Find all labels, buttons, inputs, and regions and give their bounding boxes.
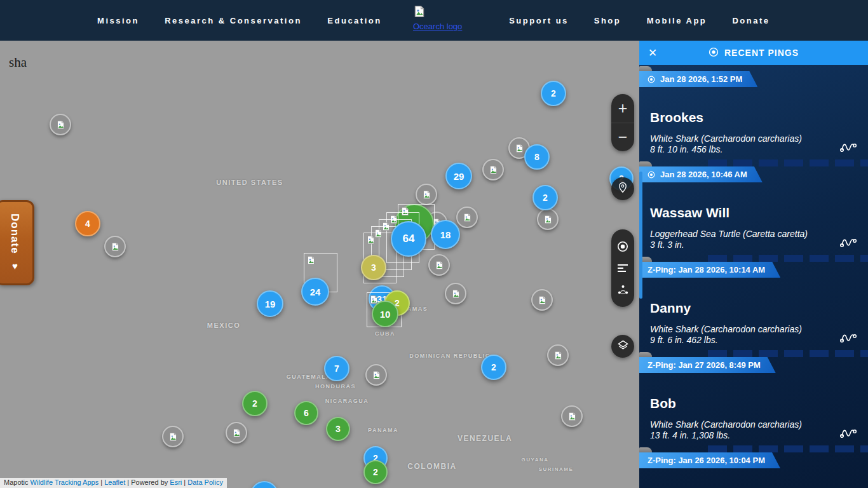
broken-image-icon [567,412,577,421]
cluster-marker[interactable]: 29 [445,163,472,189]
nav-item-research-conservation[interactable]: Research & Conservation [165,16,302,25]
track-icon[interactable] [839,236,857,252]
cluster-marker[interactable]: 2 [363,460,388,484]
ping-icon [648,76,655,83]
layers-button[interactable] [611,335,634,358]
map-country-label: NICARAGUA [325,398,369,404]
nav-item-donate[interactable]: Donate [732,16,770,25]
map-country-label: VENEZUELA [458,434,512,443]
cluster-marker[interactable]: 3 [326,417,350,441]
nav-item-mission[interactable]: Mission [97,16,139,25]
recent-pings-panel: ✕ RECENT PINGS Jan 28 2026, 1:52 PMBrook… [639,41,868,488]
cluster-marker[interactable]: 64 [391,221,426,257]
attribution-text: | [98,478,104,486]
photo-marker[interactable] [428,254,450,276]
ping-time-badge: Z-Ping: Jan 26 2026, 10:04 PM [639,452,780,468]
stray-alt-text: sha [9,55,27,71]
cluster-marker[interactable]: 7 [324,356,349,381]
nav-item-education[interactable]: Education [327,16,381,25]
close-icon[interactable]: ✕ [648,46,657,60]
recent-pings-toggle-icon[interactable] [616,240,629,253]
cluster-marker[interactable]: 24 [301,278,329,306]
animal-species-size: Loggerhead Sea Turtle (Caretta caretta)3… [650,229,828,250]
photo-marker[interactable] [547,344,569,366]
attribution-text: | Powered by [125,478,170,486]
cluster-marker[interactable]: 4 [75,211,100,236]
track-icon[interactable] [839,426,857,443]
cluster-mode-icon[interactable] [616,283,629,296]
attribution-link[interactable]: Data Policy [187,478,223,486]
animal-name: Brookes [650,110,703,125]
map-country-label: DOMINICAN REPUBLIC [409,353,491,359]
photo-marker[interactable] [531,289,553,311]
photo-marker[interactable] [456,207,478,228]
ping-icon [709,47,719,59]
map-country-label: GUATEMALA [287,374,331,380]
ocearch-logo-link[interactable]: Ocearch logo [413,5,462,31]
cluster-marker[interactable]: 3 [361,255,386,280]
attribution-text: | [182,478,187,486]
photo-marker[interactable] [416,184,437,205]
cluster-marker[interactable]: 10 [372,301,398,327]
heart-icon: ♥ [10,261,20,272]
cluster-marker[interactable]: 18 [431,220,460,249]
map-country-label: UNITED STATES [216,179,283,186]
ping-card[interactable]: Jan 28 2026, 10:46 AMWassaw Will Loggerh… [639,161,868,256]
broken-image-icon [553,351,563,360]
donate-ribbon[interactable]: Donate♥ [0,200,34,285]
photo-marker[interactable] [482,159,504,180]
photo-marker[interactable] [104,236,126,257]
ping-card[interactable]: Jan 28 2026, 1:52 PMBrookes White Shark … [639,65,868,161]
broken-image-icon [168,432,178,442]
cluster-marker[interactable]: 2 [532,185,558,210]
attribution-link[interactable]: Wildlife Tracking Apps [31,478,99,486]
animal-species-size: White Shark (Carcharodon carcharias)8 ft… [650,133,828,155]
nav-item-mobile-app[interactable]: Mobile App [647,16,707,25]
track-icon[interactable] [839,331,857,348]
cluster-marker[interactable]: 2 [541,81,566,106]
photo-marker[interactable] [162,426,184,447]
cluster-marker[interactable]: 19 [257,290,283,317]
attribution-link[interactable]: Leaflet [104,478,125,486]
cluster-marker[interactable]: 8 [524,144,550,170]
map-country-label: COLOMBIA [407,462,456,471]
photo-marker[interactable] [365,364,387,386]
panel-scrollbar-thumb[interactable] [639,172,642,299]
photo-marker[interactable] [50,114,71,135]
track-icon[interactable] [839,140,857,157]
attribution-link[interactable]: Esri [170,478,182,486]
ping-card[interactable]: Z-Ping: Jan 27 2026, 8:49 PMBob White Sh… [639,351,868,447]
list-filter-icon[interactable] [616,262,629,274]
location-pin-icon [617,182,628,196]
zoom-out-button[interactable]: − [611,123,634,152]
locate-me-button[interactable] [611,177,634,200]
map-country-label: HONDURAS [315,383,356,390]
map-country-label: MEXICO [207,322,240,329]
photo-marker[interactable] [537,208,559,230]
nav-item-shop[interactable]: Shop [594,16,621,25]
broken-image-icon [366,235,376,245]
cluster-marker[interactable]: 2 [481,355,506,380]
photo-marker[interactable] [445,283,466,304]
ping-card[interactable]: Z-Ping: Jan 28 2026, 10:14 AMDanny White… [639,256,868,351]
broken-image-icon [232,428,241,438]
cluster-marker[interactable]: 2 [242,391,268,416]
broken-image-icon [435,261,444,270]
broken-image-icon [422,190,431,200]
broken-image-icon [306,255,316,265]
ping-time-badge: Jan 28 2026, 1:52 PM [639,71,757,87]
nav-item-support-us[interactable]: Support us [509,16,569,25]
cluster-marker[interactable] [250,481,278,488]
ping-card-partial[interactable]: Z-Ping: Jan 26 2026, 10:04 PM [639,447,868,488]
photo-marker[interactable] [561,405,583,427]
attribution-text: Mapotic [4,478,31,486]
ping-time-badge: Z-Ping: Jan 28 2026, 10:14 AM [639,262,780,278]
broken-image-icon [463,213,472,222]
broken-image-icon [413,9,426,20]
donate-label: Donate♥ [8,214,21,272]
photo-marker[interactable] [226,422,247,444]
map-country-label: SURINAME [539,466,574,472]
cluster-marker[interactable]: 6 [294,401,318,425]
recent-pings-header: ✕ RECENT PINGS [639,41,868,65]
zoom-in-button[interactable]: + [611,94,634,123]
